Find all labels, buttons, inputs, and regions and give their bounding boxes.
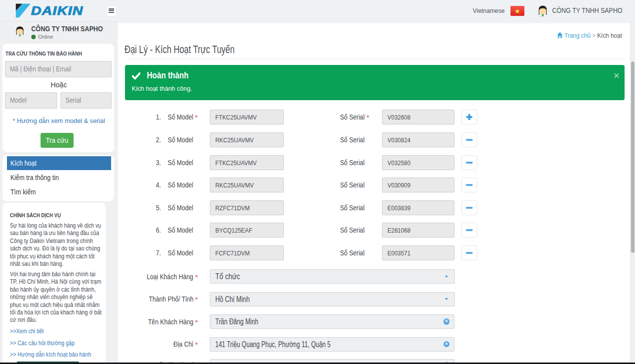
svg-text:DAIKIN: DAIKIN (31, 4, 83, 18)
